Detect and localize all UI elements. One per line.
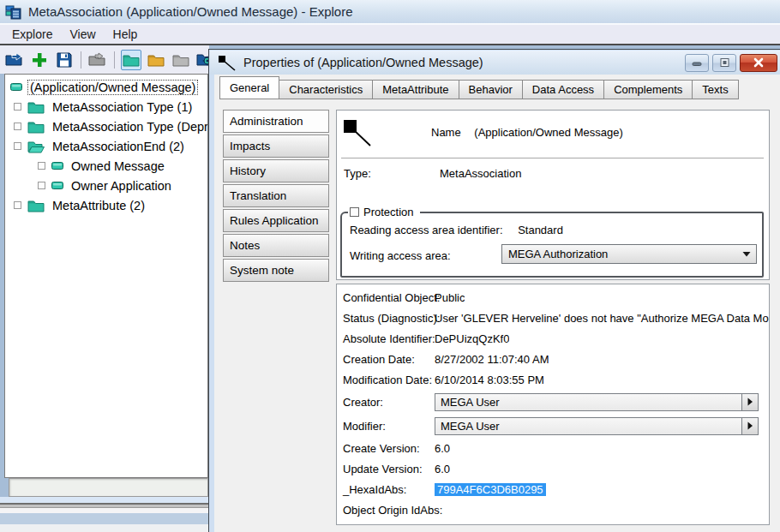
dialog-title: Properties of (Application/Owned Message…: [243, 56, 685, 69]
field-row-modification-date: Modification Date:6/10/2014 8:03:55 PM: [337, 369, 769, 390]
field-label: Modification Date:: [337, 374, 435, 386]
general-header-panel: Name (Application/Owned Message) Type: M…: [336, 110, 770, 280]
menubar: ExploreViewHelp: [0, 23, 780, 44]
tree-item-metaassociation-type-1[interactable]: MetaAssociation Type (1): [5, 97, 207, 117]
steel-strip: [0, 513, 208, 524]
statusbar: [9, 478, 208, 497]
open-model-icon[interactable]: [4, 50, 25, 70]
menu-explore[interactable]: Explore: [3, 26, 61, 43]
reading-access-value: Standard: [518, 224, 563, 236]
protection-checkbox[interactable]: [350, 207, 359, 217]
toolbar: [0, 45, 209, 74]
combo-expand-icon[interactable]: [741, 418, 758, 434]
field-row-status-diagnostic: Status (Diagnostic):User 'GLEVER Herveli…: [337, 308, 769, 328]
field-row-object-origin-idabs: Object Origin IdAbs:: [337, 499, 769, 520]
screen: MetaAssociation (Application/Owned Messa…: [0, 0, 780, 532]
combo-value: MEGA User: [435, 396, 741, 409]
folder-closed-icon: [27, 100, 45, 114]
chevron-down-icon: [737, 251, 756, 257]
minimize-button[interactable]: [685, 54, 709, 72]
tree-expander-icon[interactable]: [14, 201, 21, 209]
close-button[interactable]: [740, 54, 777, 72]
toolbar-separator: [81, 51, 81, 69]
side-tab-history[interactable]: History: [223, 159, 329, 182]
side-tab-translation[interactable]: Translation: [223, 184, 329, 207]
tab-characteristics[interactable]: Characteristics: [279, 80, 373, 99]
field-value: DePUizqQzKf0: [435, 332, 509, 345]
protection-label: Protection: [363, 206, 414, 218]
side-tab-system-note[interactable]: System note: [223, 259, 329, 282]
object-pill-icon: [10, 83, 22, 91]
tree-item-metaattribute-2[interactable]: MetaAttribute (2): [5, 195, 207, 215]
tree-expander-icon[interactable]: [14, 123, 21, 130]
save-icon[interactable]: [54, 50, 75, 70]
object-pill-icon: [51, 162, 63, 170]
tab-metaattribute[interactable]: MetaAttribute: [372, 80, 459, 99]
field-value: User 'GLEVER Herveline' does not have "A…: [435, 312, 769, 325]
tree-expander-icon[interactable]: [14, 142, 21, 150]
folder-gray-icon[interactable]: [171, 50, 191, 70]
field-value: 8/27/2002 11:07:40 AM: [435, 353, 549, 366]
field-row-creator: Creator:MEGA User: [337, 390, 769, 414]
side-tab-rules-application[interactable]: Rules Application: [223, 209, 329, 232]
side-tab-administration[interactable]: Administration: [223, 110, 329, 133]
field-label: Update Version:: [337, 463, 435, 475]
side-tab-strip: AdministrationImpactsHistoryTranslationR…: [223, 110, 329, 284]
field-label: Modifier:: [337, 420, 435, 433]
tree-item-application-owned-message[interactable]: (Application/Owned Message): [5, 77, 207, 97]
field-label: Absolute Identifier:: [337, 332, 435, 345]
field-label: Confidential Object:: [337, 291, 435, 304]
folder-closed-icon: [27, 120, 45, 134]
folder-settings-icon[interactable]: [195, 50, 209, 70]
field-row-create-version: Create Version:6.0: [337, 438, 769, 458]
tree-expander-icon[interactable]: [38, 162, 45, 170]
tree-expander-icon[interactable]: [14, 103, 21, 111]
tree-item-label: MetaAttribute (2): [51, 199, 147, 212]
tab-general[interactable]: General: [219, 76, 279, 99]
tab-texts[interactable]: Texts: [692, 80, 738, 99]
side-tab-notes[interactable]: Notes: [223, 234, 329, 257]
import-folder-icon[interactable]: [87, 50, 108, 70]
menu-help[interactable]: Help: [105, 26, 147, 43]
bottom-strip: [0, 524, 208, 532]
name-label: Name: [431, 126, 461, 139]
field-row-update-version: Update Version:6.0: [337, 458, 769, 479]
folder-yellow-icon[interactable]: [146, 50, 166, 70]
general-fields-panel: Confidential Object:PublicStatus (Diagno…: [336, 284, 770, 525]
main-titlebar[interactable]: MetaAssociation (Application/Owned Messa…: [0, 0, 780, 23]
folder-open-icon: [27, 140, 45, 153]
separator: [341, 158, 764, 158]
menu-view[interactable]: View: [61, 26, 104, 43]
tree-expander-icon[interactable]: [38, 182, 45, 189]
folder-closed-icon: [27, 199, 45, 212]
writing-access-value: MEGA Authorization: [508, 248, 608, 260]
folder-teal-icon[interactable]: [121, 50, 141, 70]
tree-item-owner-application[interactable]: Owner Application: [5, 176, 207, 195]
combo-expand-icon[interactable]: [741, 394, 758, 410]
reading-access-label: Reading access area identifier:: [350, 224, 503, 236]
association-icon: [218, 55, 237, 71]
app-icon: [5, 3, 22, 21]
tab-behavior[interactable]: Behavior: [459, 80, 523, 99]
tab-complements[interactable]: Complements: [603, 80, 693, 99]
protection-groupbox: Protection Reading access area identifie…: [340, 212, 764, 278]
new-object-icon[interactable]: [29, 50, 50, 70]
tab-data-access[interactable]: Data Access: [522, 80, 604, 99]
field-label: Creation Date:: [337, 353, 435, 366]
field-value: 6.0: [435, 463, 450, 475]
maximize-button[interactable]: [712, 54, 736, 72]
side-tab-impacts[interactable]: Impacts: [223, 134, 329, 158]
field-value[interactable]: 799A4F6C3D6B0295: [435, 483, 546, 496]
tree-item-metaassociation-type-depr[interactable]: MetaAssociation Type (Depr: [5, 117, 207, 136]
tree-item-metaassociationend-2[interactable]: MetaAssociationEnd (2): [5, 136, 207, 156]
dialog-titlebar[interactable]: Properties of (Application/Owned Message…: [210, 51, 780, 75]
field-row-confidential-object: Confidential Object:Public: [337, 287, 769, 308]
writing-access-area-select[interactable]: MEGA Authorization: [501, 244, 757, 264]
creator-combo[interactable]: MEGA User: [435, 393, 759, 411]
modifier-combo[interactable]: MEGA User: [435, 417, 759, 435]
type-label: Type:: [344, 167, 371, 180]
tree-item-owned-message[interactable]: Owned Message: [5, 156, 207, 176]
field-label: Status (Diagnostic):: [337, 312, 435, 325]
field-value: 6.0: [435, 442, 450, 455]
type-value: MetaAssociation: [440, 167, 521, 180]
